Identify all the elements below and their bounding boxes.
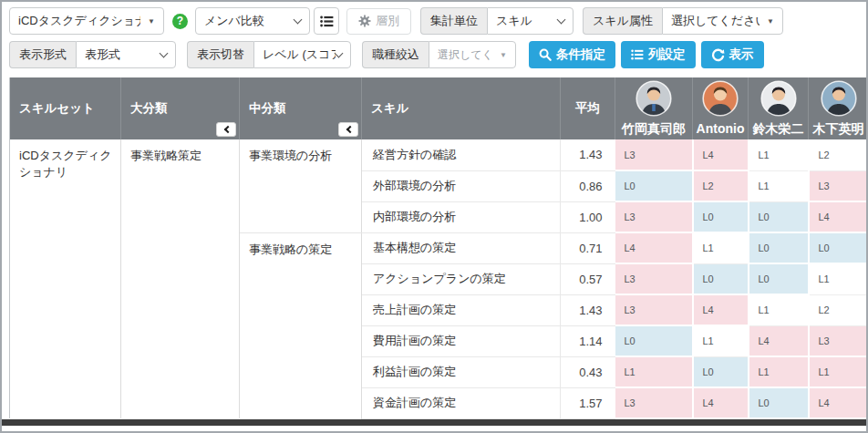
- level-cell: L3: [809, 170, 868, 201]
- caret-down-icon: ▼: [140, 17, 155, 26]
- list-icon: [631, 49, 644, 60]
- caret-down-icon: ▼: [492, 51, 507, 59]
- show-button[interactable]: 表示: [701, 41, 764, 68]
- mid-category-cell: 事業戦略の策定: [240, 232, 362, 418]
- display-format-group: 表示形式 表形式: [9, 41, 176, 68]
- compare-mode-select[interactable]: メンバ比較: [195, 7, 310, 35]
- display-toggle-label: 表示切替: [187, 41, 253, 68]
- caret-down-icon: ▼: [760, 17, 774, 26]
- job-filter-value: 選択してください: [438, 47, 492, 63]
- display-format-value: 表形式: [85, 46, 120, 63]
- avatar: [636, 80, 672, 117]
- member-column-header: 竹岡真司郎: [615, 77, 693, 139]
- level-cell: L2: [693, 170, 749, 201]
- member-column-header: 木下英明: [809, 77, 868, 139]
- level-cell: L1: [693, 232, 749, 263]
- level-cell: L0: [693, 356, 749, 387]
- level-cell: L0: [749, 263, 809, 294]
- level-cell: L3: [615, 139, 693, 170]
- skill-cell: 内部環境の分析: [362, 201, 561, 232]
- member-name: 鈴木栄二: [753, 120, 804, 137]
- aggregate-unit-value: スキル: [496, 13, 532, 29]
- level-cell: L3: [615, 387, 693, 418]
- header-skill: スキル: [362, 77, 561, 139]
- toolbar: iCDタスクディクショナリ ▼ ? メンバ比較: [2, 2, 866, 68]
- level-cell: L0: [809, 232, 868, 263]
- average-cell: 0.86: [561, 170, 615, 201]
- level-cell: L1: [749, 139, 809, 170]
- display-toggle-select[interactable]: レベル (スコア): [253, 41, 351, 68]
- skill-comparison-table: スキルセット 大分類 中分類 スキル 平均 竹岡真司郎: [9, 77, 868, 419]
- help-icon[interactable]: ?: [172, 14, 188, 29]
- level-cell: L1: [693, 325, 749, 356]
- display-format-select[interactable]: 表形式: [76, 41, 176, 68]
- header-skillset: スキルセット: [10, 77, 121, 139]
- member-name: 木下英明: [813, 120, 864, 137]
- column-settings-button[interactable]: 列設定: [621, 41, 696, 68]
- level-cell: L1: [749, 294, 809, 325]
- skill-attribute-value: 選択してください: [671, 13, 760, 29]
- toolbar-row-2: 表示形式 表形式 表示切替 レベル (スコア) 職種絞込 選択してください ▼: [9, 41, 859, 68]
- toolbar-row-1: iCDタスクディクショナリ ▼ ? メンバ比較: [9, 7, 859, 35]
- level-cell: L4: [809, 201, 868, 232]
- chevron-down-icon: [335, 48, 344, 57]
- collapse-mid-category-button[interactable]: [338, 122, 358, 137]
- aggregate-unit-select[interactable]: スキル: [487, 7, 574, 35]
- level-cell: L4: [693, 139, 749, 170]
- search-icon: [539, 48, 552, 61]
- header-average: 平均: [561, 77, 615, 139]
- collapse-major-category-button[interactable]: [216, 122, 236, 137]
- stratify-button[interactable]: 層別: [346, 8, 411, 35]
- level-cell: L1: [749, 356, 809, 387]
- aggregate-unit-label: 集計単位: [420, 7, 487, 35]
- level-cell: L1: [749, 170, 809, 201]
- level-cell: L0: [615, 170, 693, 201]
- avatar: [702, 80, 739, 117]
- skill-attribute-select[interactable]: 選択してください ▼: [662, 7, 783, 35]
- average-cell: 1.43: [561, 139, 615, 170]
- condition-label: 条件指定: [556, 46, 605, 63]
- average-cell: 1.43: [561, 294, 615, 325]
- skill-cell: 資金計画の策定: [362, 387, 561, 418]
- average-cell: 1.14: [561, 325, 615, 356]
- level-cell: L3: [615, 263, 693, 294]
- level-cell: L1: [615, 356, 693, 387]
- level-cell: L4: [749, 325, 809, 356]
- horizontal-scrollbar[interactable]: [2, 419, 866, 426]
- dictionary-select[interactable]: iCDタスクディクショナリ ▼: [9, 7, 164, 35]
- table-row: iCDタスクディクショナリ事業戦略策定事業環境の分析経営方針の確認1.43L3L…: [10, 139, 868, 170]
- job-filter-group: 職種絞込 選択してください ▼: [362, 41, 516, 68]
- average-cell: 1.57: [561, 387, 615, 418]
- level-cell: L1: [809, 263, 868, 294]
- skill-cell: 売上計画の策定: [362, 294, 561, 325]
- table-header-row: スキルセット 大分類 中分類 スキル 平均 竹岡真司郎: [10, 77, 868, 139]
- member-column-header: 鈴木栄二: [749, 77, 809, 139]
- level-cell: L0: [749, 201, 809, 232]
- skill-cell: 利益計画の策定: [362, 356, 561, 387]
- member-list-button[interactable]: [314, 7, 339, 35]
- average-cell: 0.43: [561, 356, 615, 387]
- level-cell: L3: [809, 325, 868, 356]
- show-label: 表示: [729, 46, 754, 63]
- chevron-down-icon: [557, 15, 566, 24]
- member-name: Antonio: [697, 120, 745, 137]
- level-cell: L0: [693, 201, 749, 232]
- chevron-down-icon: [294, 15, 303, 24]
- level-cell: L4: [809, 387, 868, 418]
- level-cell: L3: [615, 201, 693, 232]
- gear-icon: [358, 15, 371, 27]
- chevron-left-icon: [346, 126, 353, 133]
- level-cell: L0: [693, 263, 749, 294]
- aggregate-unit-group: 集計単位 スキル: [420, 7, 574, 35]
- app-window: iCDタスクディクショナリ ▼ ? メンバ比較: [0, 0, 868, 433]
- chevron-left-icon: [223, 126, 231, 133]
- job-filter-select[interactable]: 選択してください ▼: [429, 41, 516, 68]
- skill-cell: 外部環境の分析: [362, 170, 561, 201]
- member-column-header: Antonio: [693, 77, 749, 139]
- condition-button[interactable]: 条件指定: [529, 41, 615, 68]
- level-cell: L2: [809, 139, 868, 170]
- skill-cell: 基本構想の策定: [362, 232, 561, 263]
- level-cell: L3: [615, 294, 693, 325]
- level-cell: L4: [693, 387, 749, 418]
- mid-category-cell: 事業環境の分析: [240, 139, 362, 232]
